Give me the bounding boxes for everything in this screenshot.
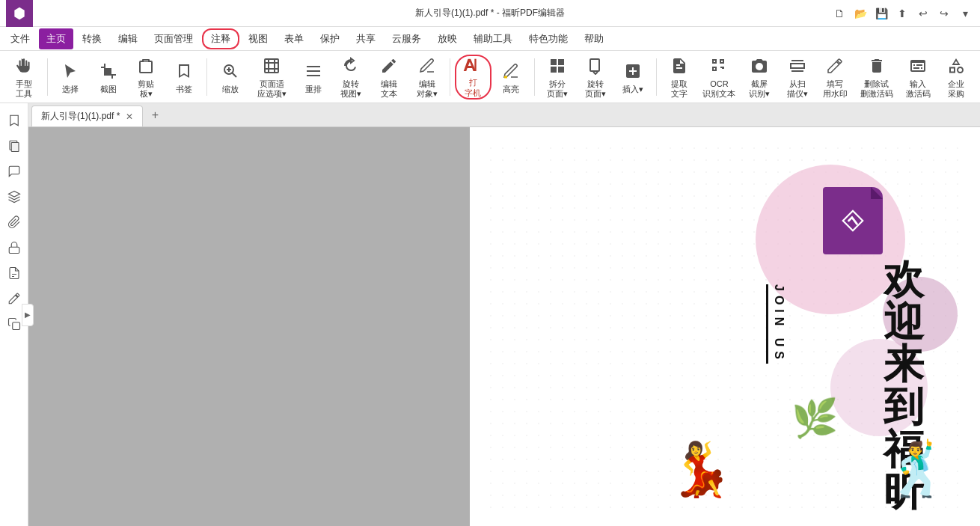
highlight-label: 高亮 xyxy=(503,85,519,94)
input-code-button[interactable]: 输入激活码 xyxy=(900,55,937,100)
delete-trial-icon xyxy=(865,55,889,79)
menu-cloud[interactable]: 云服务 xyxy=(385,28,429,49)
open-file-icon[interactable]: 📂 xyxy=(851,4,869,22)
svg-marker-7 xyxy=(843,211,863,230)
crop-button[interactable]: 截图 xyxy=(90,55,126,100)
new-file-icon[interactable]: 🗋 xyxy=(830,4,848,22)
screenshot-ocr-button[interactable]: 截屏识别▾ xyxy=(741,55,778,100)
sidebar-pages-icon[interactable] xyxy=(3,135,25,157)
clipboard-label: 剪贴板▾ xyxy=(138,79,154,99)
scan-icon xyxy=(785,55,809,79)
bookmark-label: 书签 xyxy=(176,85,192,94)
edit-text-icon xyxy=(377,55,401,79)
insert-icon xyxy=(621,59,645,83)
rotate-page-button[interactable]: 旋转页面▾ xyxy=(577,55,613,100)
menu-edit[interactable]: 编辑 xyxy=(111,28,145,49)
edit-text-button[interactable]: 编辑文本 xyxy=(371,55,408,100)
bookmark-button[interactable]: 书签 xyxy=(166,55,203,100)
split-page-button[interactable]: 拆分页面▾ xyxy=(539,55,576,100)
highlight-button[interactable]: 高亮 xyxy=(493,55,530,100)
menu-special[interactable]: 特色功能 xyxy=(521,28,575,49)
tab-bar: 新人引导(1)(1).pdf * ✕ + xyxy=(28,103,980,127)
window-title: 新人引导(1)(1).pdf * - 福昕PDF编辑器 xyxy=(415,7,565,19)
insert-label: 插入▾ xyxy=(622,85,643,94)
scan-button[interactable]: 从扫描仪▾ xyxy=(779,55,815,100)
sidebar-expand-button[interactable]: ▶ xyxy=(22,304,34,326)
menu-view[interactable]: 视图 xyxy=(241,28,275,49)
svg-rect-2 xyxy=(590,59,599,71)
rotate-view-button[interactable]: 旋转视图▾ xyxy=(333,55,370,100)
zoom-label: 缩放 xyxy=(222,85,239,94)
sep3 xyxy=(450,58,450,96)
extract-text-icon xyxy=(667,55,691,79)
clipboard-icon xyxy=(134,55,158,79)
crop-icon xyxy=(97,59,120,83)
reorder-label: 重排 xyxy=(305,85,322,94)
menu-convert[interactable]: 转换 xyxy=(75,28,109,49)
watermark-icon xyxy=(823,55,847,79)
pdf-preview: 欢 迎 来 到 福 昕 JOIN US 🌿 💃 🕺 xyxy=(470,127,980,526)
menu-assist[interactable]: 辅助工具 xyxy=(466,28,520,49)
edit-obj-button[interactable]: 编辑对象▾ xyxy=(408,55,445,100)
split-page-icon xyxy=(545,55,569,79)
document-area: 新人引导(1)(1).pdf * ✕ + xyxy=(28,103,980,526)
menu-home[interactable]: 主页 xyxy=(39,28,73,49)
content-area: 欢 迎 来 到 福 昕 JOIN US 🌿 💃 🕺 xyxy=(28,127,980,526)
hand-icon xyxy=(12,55,36,79)
fit-page-button[interactable]: 页面适应选项▾ xyxy=(250,55,293,100)
menu-page-mgmt[interactable]: 页面管理 xyxy=(147,28,200,49)
rotate-page-label: 旋转页面▾ xyxy=(585,79,606,99)
redo-icon[interactable]: ↪ xyxy=(935,4,953,22)
pdf-content: 欢 迎 来 到 福 昕 JOIN US 🌿 💃 🕺 xyxy=(485,142,965,511)
tab-close-button[interactable]: ✕ xyxy=(126,111,133,122)
input-code-icon xyxy=(906,55,930,79)
reorder-button[interactable]: 重排 xyxy=(295,55,331,100)
menu-file[interactable]: 文件 xyxy=(3,28,37,49)
watermark-button[interactable]: 填写用水印 xyxy=(817,55,854,100)
enterprise-button[interactable]: 企业采购 xyxy=(937,55,974,100)
sidebar-bookmark-icon[interactable] xyxy=(3,109,25,132)
save-icon[interactable]: 💾 xyxy=(872,4,890,22)
typewriter-button[interactable]: 打字机 xyxy=(455,55,491,100)
zoom-button[interactable]: 缩放 xyxy=(212,55,248,100)
hand-tool-button[interactable]: 手型工具 xyxy=(6,55,43,100)
tab-add-button[interactable]: + xyxy=(146,106,164,124)
clipboard-button[interactable]: 剪贴板▾ xyxy=(128,55,165,100)
sep2 xyxy=(206,58,207,96)
sep5 xyxy=(656,58,657,96)
enterprise-icon xyxy=(944,55,968,79)
menu-help[interactable]: 帮助 xyxy=(577,28,611,49)
left-blank-panel xyxy=(28,127,470,526)
crop-label: 截图 xyxy=(100,85,117,94)
ocr-label: OCR识别文本 xyxy=(702,79,735,99)
export-icon[interactable]: ⬆ xyxy=(893,4,911,22)
sep4 xyxy=(534,58,535,96)
sidebar-signature-icon[interactable] xyxy=(3,262,25,284)
sidebar-attachments-icon[interactable] xyxy=(3,211,25,233)
select-button[interactable]: 选择 xyxy=(52,55,89,100)
quick-access-icon[interactable]: ▾ xyxy=(956,4,974,22)
doc-tab[interactable]: 新人引导(1)(1).pdf * ✕ xyxy=(31,105,143,126)
input-code-label: 输入激活码 xyxy=(906,79,931,99)
join-us-text: JOIN US xyxy=(766,284,785,364)
rotate-view-label: 旋转视图▾ xyxy=(340,79,361,99)
insert-button[interactable]: 插入▾ xyxy=(615,55,652,100)
rotate-page-icon xyxy=(584,55,607,79)
svg-rect-1 xyxy=(265,59,278,73)
menu-form[interactable]: 表单 xyxy=(277,28,311,49)
menu-share[interactable]: 共享 xyxy=(349,28,383,49)
delete-trial-button[interactable]: 删除试删激活码 xyxy=(855,55,898,100)
ocr-button[interactable]: OCR识别文本 xyxy=(699,55,739,100)
undo-icon[interactable]: ↩ xyxy=(914,4,932,22)
bookmark-icon xyxy=(172,59,196,83)
sidebar-layers-icon[interactable] xyxy=(3,186,25,208)
svg-rect-4 xyxy=(11,143,19,152)
menu-protect[interactable]: 保护 xyxy=(313,28,347,49)
menu-annotate[interactable]: 注释 xyxy=(202,28,239,49)
extract-text-button[interactable]: 提取文字 xyxy=(661,55,698,100)
ocr-icon xyxy=(707,55,731,79)
sidebar-security-icon[interactable] xyxy=(3,236,25,259)
menu-play[interactable]: 放映 xyxy=(430,28,465,49)
sidebar-comments-icon[interactable] xyxy=(3,160,25,183)
zoom-icon xyxy=(218,59,242,83)
